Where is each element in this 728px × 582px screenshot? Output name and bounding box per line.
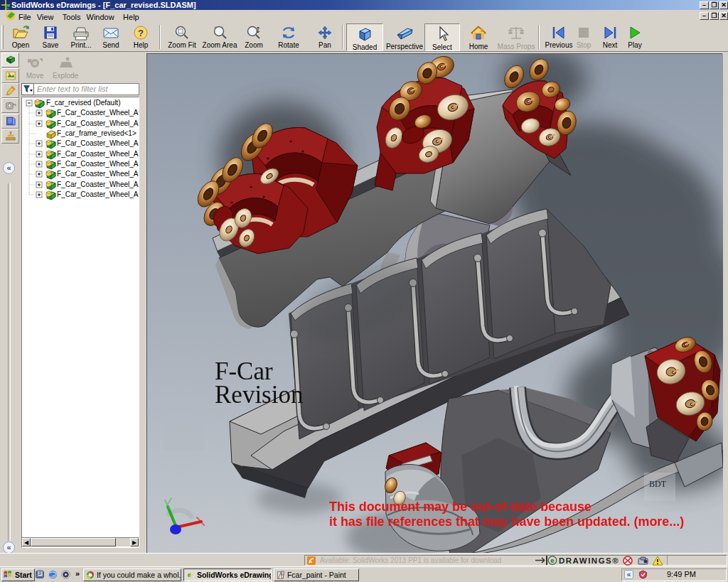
- svg-text:DRAWINGS®: DRAWINGS®: [559, 556, 619, 565]
- svg-text:e: e: [550, 558, 554, 565]
- svg-text:Revision: Revision: [215, 381, 303, 409]
- svg-text:e: e: [5, 0, 10, 10]
- svg-text:This document may be out-of-da: This document may be out-of-date because: [329, 500, 592, 514]
- svg-text:?: ?: [138, 28, 144, 38]
- svg-text:it has file references that ma: it has file references that may have bee…: [329, 514, 684, 529]
- svg-text:e: e: [188, 571, 191, 578]
- svg-text:BDT: BDT: [649, 479, 667, 489]
